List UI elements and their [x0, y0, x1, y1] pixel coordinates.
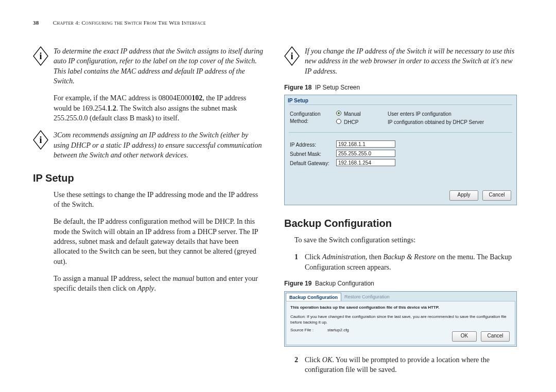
- radio-dhcp-label: DHCP: [344, 119, 358, 126]
- tab-backup[interactable]: Backup Configuration: [286, 293, 341, 301]
- config-method-label: Configuration Method:: [290, 111, 326, 125]
- backup-config-screenshot: Backup Configuration Restore Configurati…: [284, 291, 517, 347]
- subnet-mask-label: Subnet Mask:: [290, 151, 321, 158]
- subnet-mask-input[interactable]: 255.255.255.0: [336, 150, 395, 157]
- page-number: 38: [33, 20, 39, 26]
- example-paragraph: For example, if the MAC address is 08004…: [54, 93, 266, 123]
- backup-intro: To save the Switch configuration setting…: [294, 235, 517, 245]
- right-column: i If you change the IP address of the Sw…: [284, 46, 517, 382]
- radio-dhcp[interactable]: [336, 119, 341, 124]
- heading-backup-config: Backup Configuration: [284, 217, 517, 231]
- gateway-label: Default Gateway:: [290, 160, 329, 167]
- info-icon: i: [33, 46, 48, 66]
- manual-help: User enters IP configuration: [388, 111, 451, 118]
- divider: [289, 132, 512, 133]
- info-icon: i: [33, 130, 48, 150]
- panel-body: This operation backs up the saved config…: [286, 301, 515, 345]
- source-file-label: Source File :: [290, 327, 314, 333]
- source-file-value: startup2.cfg: [327, 327, 349, 333]
- cancel-button[interactable]: Cancel: [482, 190, 511, 201]
- heading-ip-setup: IP Setup: [33, 171, 266, 186]
- svg-text:i: i: [39, 51, 42, 61]
- ip-setup-p3: To assign a manual IP address, select th…: [54, 274, 266, 294]
- figure-19-caption: Figure 19 Backup Configuration: [284, 279, 517, 288]
- svg-text:i: i: [39, 135, 42, 145]
- ip-setup-p2: Be default, the IP address configuration…: [54, 217, 266, 266]
- step-list-2: 2 Click OK. You will be prompted to prov…: [294, 355, 517, 375]
- ip-address-input[interactable]: 192.168.1.1: [336, 140, 395, 148]
- radio-manual-label: Manual: [344, 111, 361, 118]
- chapter-title: Chapter 4: Configuring the Switch From T…: [53, 20, 206, 26]
- apply-button[interactable]: Apply: [449, 190, 478, 201]
- svg-text:i: i: [290, 51, 293, 61]
- ip-setup-p1: Use these settings to change the IP addr…: [54, 190, 266, 210]
- step-1: 1 Click Administration, then Backup & Re…: [294, 252, 517, 272]
- panel-title: IP Setup: [288, 97, 308, 104]
- info-text: If you change the IP address of the Swit…: [305, 46, 517, 76]
- figure-18-caption: Figure 18 IP Setup Screen: [284, 83, 517, 92]
- page-header: 38 Chapter 4: Configuring the Switch Fro…: [33, 20, 535, 26]
- radio-manual[interactable]: [336, 111, 341, 116]
- ip-address-label: IP Address:: [290, 141, 316, 149]
- ip-setup-screenshot: IP Setup Configuration Method: Manual Us…: [284, 95, 517, 205]
- gateway-input[interactable]: 192.168.1.254: [336, 159, 395, 166]
- info-note-1: i To determine the exact IP address that…: [33, 46, 266, 86]
- info-note-3: i If you change the IP address of the Sw…: [284, 46, 517, 76]
- manual-page: 38 Chapter 4: Configuring the Switch Fro…: [0, 0, 556, 392]
- ok-button[interactable]: OK: [452, 331, 477, 342]
- divider: [289, 104, 512, 105]
- info-icon: i: [284, 46, 300, 66]
- info-note-2: i 3Com recommends assigning an IP addres…: [33, 130, 266, 160]
- left-column: i To determine the exact IP address that…: [33, 46, 266, 382]
- step-list: 1 Click Administration, then Backup & Re…: [294, 252, 517, 272]
- backup-desc: This operation backs up the saved config…: [290, 305, 439, 310]
- columns: i To determine the exact IP address that…: [33, 46, 535, 382]
- dhcp-help: IP configuration obtained by DHCP Server: [388, 119, 484, 126]
- info-text: 3Com recommends assigning an IP address …: [54, 130, 266, 160]
- tab-restore[interactable]: Restore Configuration: [341, 293, 393, 301]
- step-2: 2 Click OK. You will be prompted to prov…: [294, 355, 517, 375]
- info-text: To determine the exact IP address that t…: [54, 46, 266, 86]
- backup-caution: Caution: If you have changed the configu…: [290, 314, 511, 325]
- cancel-button[interactable]: Cancel: [481, 331, 510, 342]
